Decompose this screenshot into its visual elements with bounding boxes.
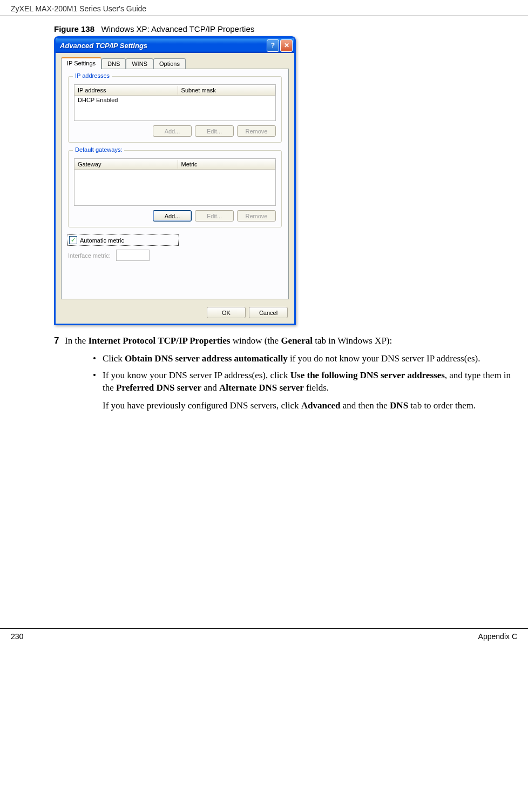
- ip-addresses-group: IP addresses IP address Subnet mask DHCP…: [68, 76, 282, 143]
- t: Click: [103, 353, 125, 364]
- dialog-screenshot: Advanced TCP/IP Settings ? ✕ IP Settings…: [54, 36, 296, 325]
- titlebar: Advanced TCP/IP Settings ? ✕: [56, 38, 294, 53]
- ip-addresses-list[interactable]: IP address Subnet mask DHCP Enabled: [74, 84, 276, 121]
- col-subnet-mask[interactable]: Subnet mask: [178, 86, 275, 95]
- titlebar-buttons: ? ✕: [267, 39, 293, 52]
- t: if you do not know your DNS server IP ad…: [288, 353, 480, 364]
- t: Internet Protocol TCP/IP Properties: [88, 335, 230, 346]
- bullet-list: • Click Obtain DNS server address automa…: [0, 353, 528, 394]
- t: Obtain DNS server address automatically: [125, 353, 288, 364]
- bullet-2: • If you know your DNS server IP address…: [86, 370, 512, 394]
- bullet-text: If you know your DNS server IP address(e…: [103, 370, 512, 394]
- bullet-mark: •: [86, 370, 103, 394]
- bullet-mark: •: [86, 353, 103, 365]
- default-gateways-group: Default gateways: Gateway Metric Add... …: [68, 150, 282, 227]
- t: fields.: [304, 382, 329, 393]
- t: window (the: [230, 335, 281, 346]
- gw-remove-button[interactable]: Remove: [237, 210, 276, 222]
- gw-button-row: Add... Edit... Remove: [74, 210, 276, 222]
- step-text: In the Internet Protocol TCP/IP Properti…: [65, 335, 392, 347]
- checkbox-icon: ✓: [69, 236, 77, 244]
- t: Use the following DNS server addresses: [290, 370, 445, 380]
- t: If you know your DNS server IP address(e…: [103, 370, 290, 380]
- figure-caption: Figure 138 Windows XP: Advanced TCP/IP P…: [0, 24, 528, 33]
- t: In the: [65, 335, 88, 346]
- list-body: DHCP Enabled: [75, 96, 275, 120]
- interface-metric-label: Interface metric:: [68, 252, 111, 259]
- figure-caption-text: Windows XP: Advanced TCP/IP Properties: [101, 24, 255, 33]
- figure-label: Figure 138: [54, 24, 94, 33]
- xp-window: Advanced TCP/IP Settings ? ✕ IP Settings…: [54, 36, 296, 325]
- list-header: IP address Subnet mask: [75, 85, 275, 96]
- close-icon: ✕: [284, 42, 289, 49]
- page-footer: 230 Appendix C: [0, 628, 528, 646]
- t: tab in Windows XP):: [313, 335, 392, 346]
- col-ip-address[interactable]: IP address: [75, 86, 178, 95]
- automatic-metric-checkbox[interactable]: ✓ Automatic metric: [68, 235, 178, 245]
- ip-addresses-legend: IP addresses: [73, 72, 112, 79]
- tab-wins[interactable]: WINS: [126, 58, 153, 69]
- col-gateway[interactable]: Gateway: [75, 160, 178, 169]
- gateways-list[interactable]: Gateway Metric: [74, 158, 276, 206]
- interface-metric-input: [116, 250, 150, 261]
- ok-button[interactable]: OK: [207, 307, 246, 318]
- list-header: Gateway Metric: [75, 159, 275, 170]
- t: and then the: [341, 400, 390, 411]
- t: tab to order them.: [408, 400, 476, 411]
- list-item[interactable]: DHCP Enabled: [78, 97, 272, 103]
- page-header: ZyXEL MAX-200M1 Series User's Guide: [0, 0, 528, 16]
- body-text: 7 In the Internet Protocol TCP/IP Proper…: [0, 325, 528, 347]
- automatic-metric-label: Automatic metric: [80, 237, 124, 244]
- dialog-footer: OK Cancel: [61, 307, 289, 318]
- tab-options[interactable]: Options: [153, 58, 186, 69]
- t: General: [281, 335, 313, 346]
- gw-edit-button[interactable]: Edit...: [195, 210, 234, 222]
- gw-add-button[interactable]: Add...: [153, 210, 192, 222]
- appendix-label: Appendix C: [478, 632, 517, 641]
- t: Preferred DNS server: [116, 382, 201, 393]
- window-body: IP Settings DNS WINS Options IP addresse…: [56, 53, 294, 324]
- t: If you have previously configured DNS se…: [103, 400, 301, 411]
- close-button[interactable]: ✕: [280, 39, 293, 52]
- t: and: [201, 382, 219, 393]
- explain-paragraph: If you have previously configured DNS se…: [0, 400, 528, 412]
- t: DNS: [390, 400, 408, 411]
- col-metric[interactable]: Metric: [178, 160, 275, 169]
- tabs-row: IP Settings DNS WINS Options: [61, 57, 289, 69]
- tab-ip-settings[interactable]: IP Settings: [61, 57, 101, 69]
- step-7: 7 In the Internet Protocol TCP/IP Proper…: [54, 335, 512, 347]
- bullet-1: • Click Obtain DNS server address automa…: [86, 353, 512, 365]
- window-title: Advanced TCP/IP Settings: [60, 42, 267, 50]
- ip-edit-button[interactable]: Edit...: [195, 125, 234, 137]
- default-gateways-legend: Default gateways:: [73, 146, 124, 153]
- ip-remove-button[interactable]: Remove: [237, 125, 276, 137]
- tab-dns[interactable]: DNS: [101, 58, 126, 69]
- interface-metric-row: Interface metric:: [68, 250, 282, 261]
- ip-button-row: Add... Edit... Remove: [74, 125, 276, 137]
- t: Alternate DNS server: [219, 382, 304, 393]
- step-number: 7: [54, 335, 65, 347]
- bullet-text: Click Obtain DNS server address automati…: [103, 353, 480, 365]
- help-button[interactable]: ?: [267, 39, 279, 52]
- page-number: 230: [11, 632, 23, 641]
- tab-content: IP addresses IP address Subnet mask DHCP…: [61, 69, 289, 299]
- t: Advanced: [301, 400, 341, 411]
- ip-add-button[interactable]: Add...: [153, 125, 192, 137]
- cancel-button[interactable]: Cancel: [249, 307, 288, 318]
- list-body: [75, 170, 275, 205]
